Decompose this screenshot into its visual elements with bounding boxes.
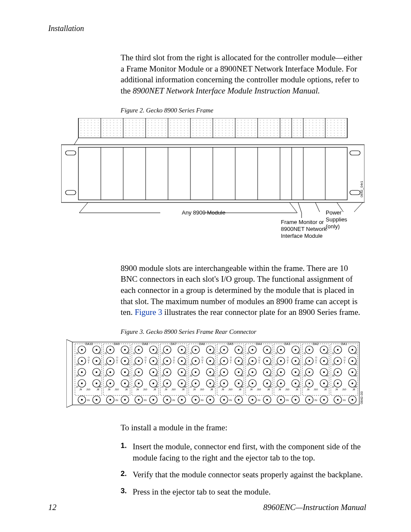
svg-point-125	[81, 360, 83, 362]
svg-text:J4: J4	[98, 363, 101, 366]
svg-text:J5: J5	[218, 374, 221, 377]
svg-text:J5: J5	[303, 374, 306, 377]
svg-rect-92	[350, 190, 360, 195]
svg-point-415	[308, 349, 310, 351]
svg-text:J9: J9	[165, 388, 168, 391]
svg-point-353	[252, 371, 253, 373]
svg-text:T: T	[145, 361, 146, 364]
svg-point-427	[308, 371, 310, 373]
svg-text:J6: J6	[354, 374, 357, 377]
svg-point-336	[238, 399, 240, 401]
step-num: 1.	[121, 441, 127, 451]
svg-point-244	[181, 371, 183, 373]
svg-text:J7: J7	[76, 386, 79, 388]
svg-point-343	[266, 349, 268, 351]
svg-text:J8: J8	[210, 388, 213, 391]
svg-point-373	[266, 399, 268, 401]
svg-point-201	[153, 360, 154, 362]
svg-point-168	[109, 371, 111, 373]
svg-rect-91	[350, 151, 360, 155]
svg-point-458	[337, 360, 339, 362]
svg-text:J6: J6	[269, 374, 272, 377]
svg-text:J4: J4	[184, 363, 187, 366]
svg-text:J3: J3	[76, 363, 79, 366]
page: Installation The third slot from the rig…	[0, 0, 411, 532]
svg-text:J4: J4	[354, 363, 357, 366]
step-num: 3.	[121, 486, 127, 496]
svg-point-250	[181, 383, 183, 384]
svg-point-195	[153, 349, 154, 351]
svg-point-131	[81, 371, 83, 373]
figure2-label-fm3: Interface Module	[281, 233, 323, 239]
svg-text:J10: J10	[228, 388, 233, 391]
svg-point-232	[181, 349, 183, 351]
svg-point-174	[109, 383, 111, 384]
svg-text:J7: J7	[275, 386, 278, 388]
svg-text:J7: J7	[332, 386, 335, 388]
svg-text:J3: J3	[133, 363, 136, 366]
footer-title: 8960ENC—Instruction Manual	[263, 503, 366, 512]
svg-point-310	[223, 360, 225, 362]
install-steps: 1.Insert the module, connector end first…	[121, 441, 366, 498]
svg-text:J7: J7	[246, 386, 249, 388]
svg-text:J4: J4	[326, 363, 329, 366]
svg-text:J3: J3	[161, 363, 164, 366]
svg-point-371	[252, 399, 253, 401]
svg-text:J9: J9	[108, 388, 111, 391]
svg-point-207	[153, 371, 154, 373]
body-column: The third slot from the right is allocat…	[121, 52, 366, 115]
svg-text:J10: J10	[342, 388, 346, 391]
svg-text:J10: J10	[143, 388, 147, 391]
svg-point-398	[295, 383, 296, 384]
svg-text:J2: J2	[155, 352, 158, 355]
svg-text:J2: J2	[297, 352, 300, 355]
svg-text:J4: J4	[240, 363, 243, 366]
svg-text:DA2: DA2	[313, 342, 319, 345]
svg-text:J6: J6	[326, 374, 329, 377]
svg-point-417	[323, 349, 325, 351]
svg-text:DA8: DA8	[142, 342, 148, 345]
paragraph-slots: 8900 module slots are interchangeable wi…	[121, 263, 366, 318]
svg-text:IN: IN	[343, 399, 346, 401]
svg-point-318	[238, 371, 240, 373]
svg-text:J3: J3	[275, 363, 278, 366]
page-number: 12	[48, 503, 56, 512]
svg-text:J7: J7	[303, 386, 306, 388]
svg-rect-89	[65, 151, 76, 155]
svg-text:DA10: DA10	[85, 342, 93, 345]
svg-point-230	[166, 349, 168, 351]
svg-text:J9: J9	[136, 388, 139, 391]
svg-text:IN: IN	[286, 399, 289, 401]
svg-text:J10: J10	[200, 388, 204, 391]
svg-text:J1: J1	[246, 352, 249, 355]
svg-point-121	[96, 349, 97, 351]
svg-point-454	[352, 349, 353, 351]
svg-text:J8: J8	[324, 388, 327, 391]
svg-point-199	[138, 360, 140, 362]
svg-text:J7: J7	[133, 386, 136, 388]
svg-text:T: T	[230, 361, 231, 364]
svg-point-347	[252, 360, 253, 362]
svg-point-273	[195, 360, 196, 362]
step-num: 2.	[121, 469, 127, 479]
step-text: Insert the module, connector end first, …	[133, 442, 361, 462]
svg-point-378	[280, 349, 282, 351]
svg-text:IN: IN	[201, 399, 203, 401]
body-column-3: To install a module in the frame: 1.Inse…	[121, 422, 366, 497]
svg-point-472	[352, 383, 353, 384]
para1-text-b-italic: 8900NET Network Interface Module Instruc…	[133, 86, 320, 95]
svg-point-355	[266, 371, 268, 373]
svg-text:J5: J5	[161, 374, 164, 377]
svg-point-279	[195, 371, 196, 373]
para2-text-b: illustrates the rear connector plate for…	[162, 308, 361, 317]
svg-point-460	[352, 360, 353, 362]
svg-point-392	[295, 371, 296, 373]
paragraph-intro: The third slot from the right is allocat…	[121, 52, 366, 96]
svg-text:J1: J1	[218, 352, 221, 355]
svg-point-396	[280, 383, 282, 384]
figure2-caption: Figure 2. Gecko 8900 Series Frame	[121, 106, 366, 115]
svg-point-390	[280, 371, 282, 373]
body-column-2: 8900 module slots are interchangeable wi…	[121, 263, 366, 336]
figure3-link[interactable]: Figure 3	[135, 308, 162, 317]
svg-text:J3: J3	[218, 363, 221, 366]
